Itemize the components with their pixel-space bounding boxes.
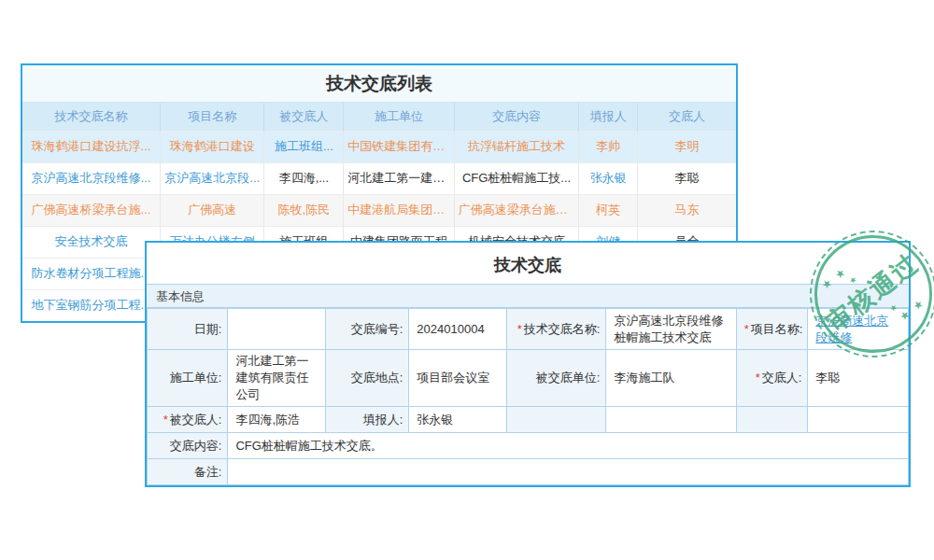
table-header-row: 技术交底名称 项目名称 被交底人 施工单位 交底内容 填报人 交底人 — [22, 103, 736, 131]
list-cell: 李帅 — [579, 131, 638, 162]
list-cell: 抗浮锚杆施工技术 — [454, 131, 579, 162]
receivers-label: *被交底人: — [148, 407, 228, 433]
discloser-value: 李聪 — [808, 350, 909, 407]
col-header-receiver: 被交底人 — [264, 103, 344, 131]
place-value: 项目部会议室 — [409, 350, 506, 407]
list-cell: 李四海,... — [264, 162, 344, 194]
list-cell: 河北建工第一建筑... — [344, 162, 454, 194]
list-cell: CFG桩桩帽施工技... — [454, 162, 579, 194]
filler-label: 填报人: — [325, 407, 409, 433]
project-name-value: 京沪高速北京段维修 — [808, 309, 909, 350]
list-cell: 柯英 — [579, 194, 638, 226]
remark-value — [228, 459, 909, 485]
list-cell: 陈牧,陈民 — [264, 194, 344, 226]
col-header-project-name: 项目名称 — [160, 103, 264, 131]
table-row[interactable]: 广佛高速桥梁承台施...广佛高速陈牧,陈民中建港航局集团有...广佛高速梁承台施… — [22, 194, 736, 226]
receive-unit-label: 被交底单位: — [506, 350, 606, 407]
builder-label: 施工单位: — [148, 350, 228, 407]
project-name-label: *项目名称: — [736, 309, 808, 350]
list-cell: 李明 — [638, 131, 737, 162]
number-value: 2024010004 — [409, 309, 506, 350]
content-label: 交底内容: — [148, 433, 228, 459]
col-header-content: 交底内容 — [454, 103, 579, 131]
form-title: 技术交底 — [147, 243, 909, 284]
list-cell: 中国铁建集团有限... — [344, 131, 454, 162]
table-row[interactable]: 珠海鹤港口建设抗浮...珠海鹤港口建设施工班组...中国铁建集团有限...抗浮锚… — [22, 131, 736, 162]
list-link-cell[interactable]: 京沪高速北京段... — [160, 162, 264, 194]
number-label: 交底编号: — [325, 309, 409, 350]
list-title: 技术交底列表 — [22, 65, 736, 103]
empty-value-2 — [808, 407, 909, 433]
section-basic-info: 基本信息 — [147, 284, 909, 308]
list-link-cell[interactable]: 京沪高速北京段维修... — [22, 162, 160, 194]
list-cell: 中建港航局集团有... — [344, 194, 454, 226]
col-header-disclosure-name: 技术交底名称 — [22, 103, 160, 131]
list-cell: 广佛高速梁承台施工... — [454, 194, 579, 226]
content-value: CFG桩桩帽施工技术交底。 — [228, 433, 909, 459]
disclosure-name-label: *技术交底名称: — [506, 309, 606, 350]
discloser-label: *交底人: — [736, 350, 808, 407]
col-header-discloser: 交底人 — [638, 103, 737, 131]
list-cell: 马东 — [638, 194, 737, 226]
list-link-cell[interactable]: 防水卷材分项工程施... — [22, 258, 160, 289]
place-label: 交底地点: — [325, 350, 409, 407]
project-link[interactable]: 京沪高速北京段维修 — [815, 314, 888, 344]
remark-label: 备注: — [148, 459, 228, 485]
date-value — [228, 309, 325, 350]
list-cell: 珠海鹤港口建设 — [160, 131, 264, 162]
list-cell: 李聪 — [638, 162, 737, 194]
empty-label-1 — [506, 407, 606, 433]
disclosure-form-panel: 技术交底 基本信息 日期: 交底编号: 2024010004 *技术交底名称: … — [145, 241, 911, 487]
form-grid: 日期: 交底编号: 2024010004 *技术交底名称: 京沪高速北京段维修桩… — [147, 308, 909, 485]
col-header-builder: 施工单位 — [344, 103, 454, 131]
list-link-cell[interactable]: 安全技术交底 — [22, 226, 160, 258]
list-link-cell[interactable]: 地下室钢筋分项工程... — [22, 289, 160, 321]
disclosure-name-value: 京沪高速北京段维修桩帽施工技术交底 — [606, 309, 736, 350]
list-link-cell[interactable]: 施工班组... — [264, 131, 344, 162]
date-label: 日期: — [148, 309, 228, 350]
filler-value: 张永银 — [409, 407, 506, 433]
col-header-filler: 填报人 — [579, 103, 638, 131]
receivers-value: 李四海,陈浩 — [228, 407, 325, 433]
list-cell: 珠海鹤港口建设抗浮... — [22, 131, 160, 162]
empty-value-1 — [606, 407, 736, 433]
builder-value: 河北建工第一建筑有限责任公司 — [228, 350, 325, 407]
list-link-cell[interactable]: 张永银 — [579, 162, 638, 194]
table-row[interactable]: 京沪高速北京段维修...京沪高速北京段...李四海,...河北建工第一建筑...… — [22, 162, 736, 194]
list-cell: 广佛高速 — [160, 194, 264, 226]
empty-label-2 — [736, 407, 808, 433]
receive-unit-value: 李海施工队 — [606, 350, 736, 407]
list-cell: 广佛高速桥梁承台施... — [22, 194, 160, 226]
